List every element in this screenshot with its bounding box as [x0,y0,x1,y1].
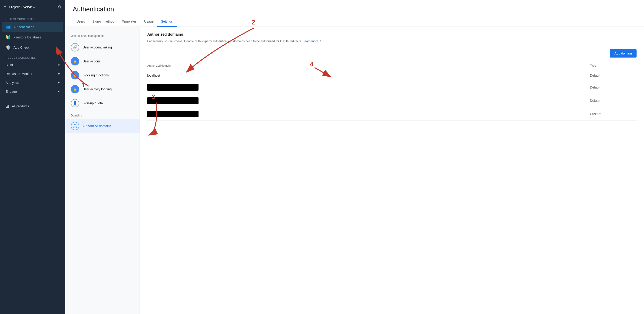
domain-cell-4 [147,111,590,117]
table-header: Authorized domain Type [147,61,636,70]
all-products-label: All products [12,104,29,108]
sidebar-header-left: ⌂ Project Overview [4,4,35,10]
chevron-down-icon-4: ▾ [58,90,60,94]
settings-item-user-actions[interactable]: 🔒 User actions [65,54,140,68]
analytics-label: Analytics [6,81,19,84]
signup-quota-label: Sign-up quota [82,101,103,105]
person-icon: 👤 [73,101,77,106]
release-label: Release & Monitor [6,72,32,76]
redacted-domain-3 [147,97,198,104]
tabs-container: Users Sign-in method Templates Usage Set… [73,17,636,26]
sidebar-item-engage[interactable]: Engage ▾ [2,87,63,96]
authorized-domains-title: Authorized domains [147,32,636,36]
sidebar-divider [4,98,62,98]
main-area: Authentication Users Sign-in method Temp… [65,0,644,314]
home-icon[interactable]: ⌂ [4,4,6,10]
tab-settings[interactable]: Settings [157,17,176,27]
domain-cell-3 [147,97,590,104]
settings-item-user-account-linking[interactable]: 🔗 User account linking [65,40,140,54]
sidebar-header: ⌂ Project Overview ⚙ [0,0,65,14]
redacted-domain-2 [147,84,198,90]
shortcuts-label: Project shortcuts [0,14,65,22]
all-products-item[interactable]: ⊞ All products [2,101,63,112]
tab-usage[interactable]: Usage [140,17,157,27]
chevron-down-icon: ▾ [58,63,60,67]
content-area: User account management 🔗 User account l… [65,27,644,314]
type-cell-1: Default [590,74,636,77]
tab-templates[interactable]: Templates [118,17,140,27]
col-header-domain: Authorized domain [147,64,590,67]
gear-icon[interactable]: ⚙ [58,4,62,10]
link-icon: 🔗 [73,45,77,50]
main-header: Authentication Users Sign-in method Temp… [65,0,644,27]
user-activity-logging-label: User activity logging [82,87,112,91]
domain-cell-2 [147,84,590,90]
table-row: Default [147,94,636,108]
link-icon-circle: 🔗 [71,43,79,52]
table-row: localhost Default [147,70,636,81]
project-overview-label[interactable]: Project Overview [9,5,35,9]
authorized-domains-label: Authorized domains [82,124,111,128]
settings-item-signup-quota[interactable]: 👤 Sign-up quota [65,96,140,110]
sidebar-auth-label: Authentication [14,25,34,29]
domain-cell-1: localhost [147,74,590,77]
tab-users[interactable]: Users [73,17,89,27]
lock-icon-circle-3: 🔒 [71,85,79,94]
table-row: Custom [147,108,636,121]
lock-icon-2: 🔒 [73,73,77,78]
blocking-functions-label: Blocking functions [82,74,109,77]
sidebar-firestore-label: Firestore Database [14,36,41,39]
sidebar-item-release[interactable]: Release & Monitor ▾ [2,70,63,78]
people-icon: 👥 [6,24,11,30]
redacted-domain-4 [147,111,198,117]
chevron-down-icon-2: ▾ [58,72,60,76]
type-cell-3: Default [590,99,636,102]
domains-section-label: Domains [65,110,140,119]
globe-icon: 🌐 [73,124,77,128]
build-label: Build [6,63,13,67]
settings-section1-label: User account management [65,32,140,40]
grid-icon: ⊞ [6,104,9,109]
sidebar-appcheck-label: App Check [14,46,29,50]
type-cell-2: Default [590,86,636,89]
lock-icon-3: 🔒 [73,87,77,92]
external-link-icon: ↗ [319,39,322,43]
firestore-icon: 🔰 [6,35,11,40]
sidebar-item-firestore[interactable]: 🔰 Firestore Database [2,32,63,42]
sidebar: ⌂ Project Overview ⚙ Project shortcuts 👥… [0,0,65,314]
table-row: Default [147,81,636,94]
sidebar-item-analytics[interactable]: Analytics ▾ [2,78,63,87]
chevron-down-icon-3: ▾ [58,81,60,84]
sidebar-item-appcheck[interactable]: 🛡️ App Check [2,43,63,52]
sidebar-item-authentication[interactable]: 👥 Authentication [2,22,63,32]
type-cell-4: Custom [590,112,636,116]
panel-description: For security, to use Phone, Google or th… [147,39,636,44]
sidebar-item-build[interactable]: Build ▾ [2,61,63,69]
shield-icon: 🛡️ [6,45,11,50]
tab-signin-method[interactable]: Sign-in method [89,17,118,27]
person-icon-circle: 👤 [71,99,79,108]
page-title: Authentication [73,6,636,13]
learn-more-link[interactable]: Learn more [303,39,318,43]
globe-icon-circle: 🌐 [71,122,79,130]
settings-item-user-activity-logging[interactable]: 🔒 User activity logging [65,82,140,96]
engage-label: Engage [6,90,17,94]
lock-icon-1: 🔒 [73,59,77,64]
description-text: For security, to use Phone, Google or th… [147,39,302,43]
settings-item-blocking-functions[interactable]: 🔒 Blocking functions [65,68,140,82]
user-account-linking-label: User account linking [82,46,112,49]
add-domain-button[interactable]: Add domain [610,49,636,58]
user-actions-label: User actions [82,60,101,63]
lock-icon-circle-2: 🔒 [71,71,79,80]
col-header-type: Type [590,64,636,67]
settings-panel: User account management 🔗 User account l… [65,27,140,314]
right-panel: Authorized domains For security, to use … [140,27,644,314]
settings-item-authorized-domains[interactable]: 🌐 Authorized domains [65,119,140,133]
categories-label: Product categories [0,53,65,60]
lock-icon-circle-1: 🔒 [71,57,79,66]
